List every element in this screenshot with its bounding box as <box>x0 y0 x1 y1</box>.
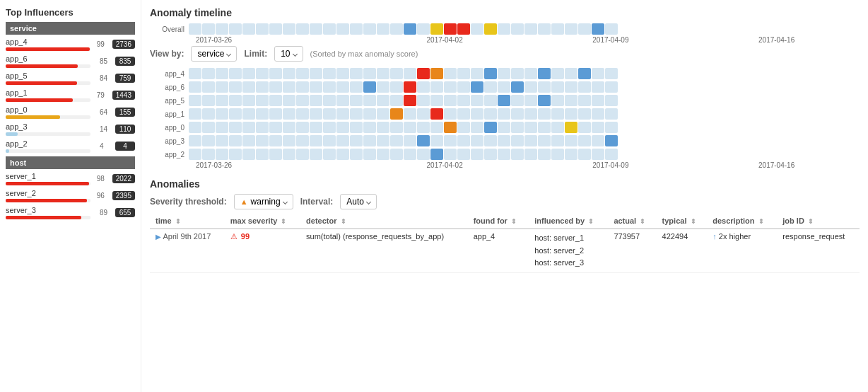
influencer-score: 98 <box>97 175 110 183</box>
cell <box>216 122 228 133</box>
table-body: ▶ April 9th 2017 ⚠ 99 sum(total) (respon… <box>150 229 860 272</box>
row-label: app_3 <box>150 137 189 145</box>
cell <box>336 122 349 133</box>
col-typical[interactable]: typical ⇕ <box>657 214 708 229</box>
cell <box>256 135 269 146</box>
cell <box>189 149 201 160</box>
cell <box>336 81 349 93</box>
col-influenced-by[interactable]: influenced by ⇕ <box>529 214 608 229</box>
cell <box>377 23 389 35</box>
influencer-count: 2022 <box>112 174 135 183</box>
cell <box>269 81 282 93</box>
date-label: 2017-03-26 <box>189 161 362 169</box>
cell <box>377 108 389 120</box>
cell <box>323 95 336 106</box>
cell <box>578 23 591 35</box>
expand-arrow-icon[interactable]: ▶ <box>156 233 161 241</box>
list-item: server_2 96 2395 <box>6 189 135 202</box>
cell <box>283 68 295 79</box>
cell <box>511 68 524 79</box>
cell <box>551 81 564 93</box>
cell <box>551 122 564 133</box>
cell <box>229 23 242 35</box>
cell <box>310 149 322 160</box>
col-actual[interactable]: actual ⇕ <box>608 214 656 229</box>
cell <box>296 95 309 106</box>
row-cells <box>189 135 860 146</box>
col-job-id[interactable]: job ID ⇕ <box>777 214 860 229</box>
row-cells <box>189 122 860 133</box>
cell <box>471 95 483 106</box>
cell <box>256 81 269 93</box>
cell <box>484 81 497 93</box>
cell <box>283 23 295 35</box>
severity-dropdown[interactable]: ▲ warning <box>234 194 293 209</box>
cell <box>229 95 242 106</box>
chevron-down-icon <box>292 51 297 56</box>
cell <box>511 122 524 133</box>
anomalies-table-container: time ⇕ max severity ⇕ detector ⇕ <box>150 214 860 385</box>
cell <box>511 135 524 146</box>
limit-dropdown[interactable]: 10 <box>274 46 303 62</box>
cell <box>242 149 255 160</box>
cell <box>444 135 457 146</box>
cell <box>471 23 483 35</box>
cell <box>430 81 443 93</box>
cell <box>310 68 322 79</box>
cell <box>336 149 349 160</box>
col-found-for[interactable]: found for ⇕ <box>468 214 529 229</box>
cell <box>323 149 336 160</box>
cell <box>538 23 551 35</box>
cell <box>444 23 457 35</box>
cell <box>404 149 416 160</box>
cell <box>417 108 430 120</box>
cell <box>578 68 591 79</box>
chevron-down-icon <box>226 51 231 56</box>
cell <box>350 122 363 133</box>
row-label: app_2 <box>150 151 189 158</box>
view-by-dropdown[interactable]: service <box>191 46 237 62</box>
cell <box>216 81 228 93</box>
cell <box>242 122 255 133</box>
row-cells <box>189 108 860 120</box>
cell <box>605 23 618 35</box>
cell <box>323 135 336 146</box>
cell <box>296 149 309 160</box>
col-description[interactable]: description ⇕ <box>707 214 777 229</box>
cell <box>565 95 577 106</box>
cell <box>565 149 577 160</box>
list-item: app_4 99 2736 <box>6 38 135 51</box>
interval-dropdown[interactable]: Auto <box>340 194 377 209</box>
cell <box>605 122 618 133</box>
cell <box>363 108 376 120</box>
cell <box>417 95 430 106</box>
cell <box>390 122 403 133</box>
right-panel: Anomaly timeline Overall <box>141 0 868 392</box>
col-max-severity[interactable]: max severity ⇕ <box>225 214 300 229</box>
cell <box>538 68 551 79</box>
cell <box>605 95 618 106</box>
cell <box>229 149 242 160</box>
col-detector[interactable]: detector ⇕ <box>300 214 468 229</box>
cell <box>565 68 577 79</box>
cell <box>457 122 470 133</box>
overall-row: Overall <box>150 23 860 35</box>
cell <box>578 122 591 133</box>
list-item: server_3 89 655 <box>6 206 135 219</box>
col-time[interactable]: time ⇕ <box>150 214 225 229</box>
cell <box>336 68 349 79</box>
cell <box>417 135 430 146</box>
cell <box>323 23 336 35</box>
list-item: app_1 79 1443 <box>6 88 135 102</box>
timeline-row: app_4 <box>150 67 860 80</box>
cell <box>202 122 215 133</box>
host-item: host: server_3 <box>534 257 602 270</box>
cell <box>551 23 564 35</box>
cell <box>296 122 309 133</box>
date-axis-bottom: 2017-03-26 2017-04-02 2017-04-09 2017-04… <box>189 161 860 169</box>
cell <box>310 135 322 146</box>
cell <box>283 81 295 93</box>
cell <box>484 23 497 35</box>
cell <box>189 108 201 120</box>
cell <box>551 149 564 160</box>
